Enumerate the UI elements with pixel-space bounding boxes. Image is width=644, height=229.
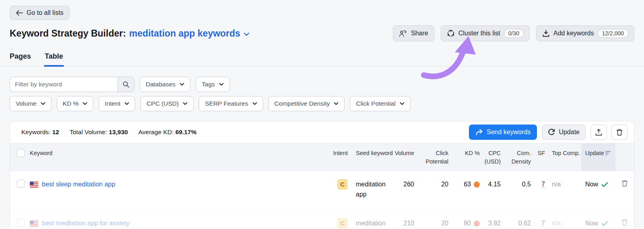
list-name[interactable]: meditation app keywords <box>129 28 240 39</box>
summary-actions: Send keywords Update <box>469 125 627 140</box>
intent-dropdown[interactable]: Intent <box>99 96 135 111</box>
column-click-potential[interactable]: Click Potential <box>414 143 448 171</box>
kd-cell: 80 <box>448 210 480 229</box>
people-share-icon <box>399 30 407 37</box>
intent-badge[interactable]: C <box>337 218 348 229</box>
tab-pages[interactable]: Pages <box>10 52 31 66</box>
databases-dropdown[interactable]: Databases <box>140 77 190 92</box>
update-button[interactable]: Update <box>542 125 586 140</box>
send-keywords-button[interactable]: Send keywords <box>469 125 537 140</box>
row-checkbox[interactable] <box>17 180 25 188</box>
sf-cell: 7 <box>531 210 545 229</box>
sf-value[interactable]: 7 <box>541 181 545 188</box>
filter-row-2: Volume KD % Intent CPC (USD) SERP Featur… <box>10 96 634 111</box>
kd-dot <box>474 182 480 188</box>
cluster-dots-icon <box>447 29 455 37</box>
title-prefix: Keyword Strategy Builder: <box>10 28 126 39</box>
chevron-down-icon <box>334 102 339 105</box>
click-potential-cell: 20 <box>414 171 448 210</box>
column-keyword[interactable]: Keyword <box>29 143 326 171</box>
column-kd[interactable]: KD % <box>448 143 480 171</box>
share-button[interactable]: Share <box>393 25 434 41</box>
volume-cell: 210 <box>394 210 414 229</box>
add-keywords-button[interactable]: Add keywords 12/2,000 <box>536 25 634 41</box>
chevron-down-icon <box>219 83 224 86</box>
keywords-table-card: Keywords: 12 Total Volume: 13,930 Averag… <box>10 121 634 229</box>
us-flag-icon <box>30 182 38 188</box>
send-keywords-label: Send keywords <box>487 129 530 136</box>
cpc-dropdown[interactable]: CPC (USD) <box>140 96 194 111</box>
summary-bar: Keywords: 12 Total Volume: 13,930 Averag… <box>10 121 634 143</box>
column-cpc[interactable]: CPC (USD) <box>480 143 501 171</box>
cluster-label: Cluster this list <box>458 30 500 37</box>
serp-features-dropdown[interactable]: SERP Features <box>199 96 263 111</box>
intent-cell: C <box>326 171 348 210</box>
select-all-cell <box>10 143 29 171</box>
column-top-comp[interactable]: Top Comp. <box>545 143 581 171</box>
chevron-down-icon <box>124 102 129 105</box>
kd-value: 63 <box>464 180 471 190</box>
trash-icon[interactable] <box>621 219 628 226</box>
sf-value[interactable]: 7 <box>541 220 545 227</box>
cpc-label: CPC (USD) <box>147 100 179 107</box>
com-density-cell: 0.5 <box>501 171 531 210</box>
search-button[interactable] <box>118 77 134 92</box>
kd-dot <box>474 221 480 227</box>
keyword-filter-input[interactable] <box>10 77 118 92</box>
column-volume[interactable]: Volume <box>394 143 414 171</box>
chevron-down-icon <box>41 102 45 105</box>
intent-label: Intent <box>105 100 120 107</box>
tags-dropdown[interactable]: Tags <box>196 77 230 92</box>
view-tabs: Pages Table <box>0 52 644 66</box>
trash-icon[interactable] <box>621 180 628 187</box>
column-com-density[interactable]: Com. Density <box>501 143 531 171</box>
click-potential-dropdown[interactable]: Click Potential <box>350 96 410 111</box>
column-seed-keyword[interactable]: Seed keyword <box>348 143 394 171</box>
magnifier-icon <box>122 81 130 88</box>
volume-cell: 260 <box>394 171 414 210</box>
kd-dropdown[interactable]: KD % <box>57 96 94 111</box>
page-title: Keyword Strategy Builder: meditation app… <box>10 28 250 39</box>
keyword-link[interactable]: best sleep meditation app <box>30 180 115 190</box>
column-intent[interactable]: Intent <box>326 143 348 171</box>
chevron-down-icon <box>252 102 257 105</box>
chevron-down-icon[interactable] <box>244 32 250 36</box>
sort-descending-icon <box>605 151 611 155</box>
keyword-link[interactable]: best meditation app for anxiety <box>30 219 130 229</box>
column-sf[interactable]: SF <box>531 143 545 171</box>
competitive-density-dropdown[interactable]: Competitive Density <box>268 96 345 111</box>
updated-value: Now <box>585 180 598 190</box>
competitive-density-label: Competitive Density <box>275 100 330 107</box>
total-volume: Total Volume: 13,930 <box>70 129 128 136</box>
add-keywords-count-badge: 12/2,000 <box>598 29 629 38</box>
sf-cell: 7 <box>531 171 545 210</box>
volume-dropdown[interactable]: Volume <box>10 96 52 111</box>
export-button[interactable] <box>590 125 607 140</box>
top-comp-cell: n/a <box>545 210 581 229</box>
seed-keyword-cell: meditation app <box>348 171 394 210</box>
import-down-icon <box>542 30 550 37</box>
forward-arrow-icon <box>475 129 483 136</box>
delete-list-button[interactable] <box>611 125 627 140</box>
cluster-count-badge: 0/30 <box>504 29 524 38</box>
go-to-all-lists-button[interactable]: Go to all lists <box>10 6 70 20</box>
top-comp-cell: n/a <box>545 171 581 210</box>
cluster-this-list-button[interactable]: Cluster this list 0/30 <box>441 25 530 41</box>
average-kd: Average KD: 69.17% <box>138 129 197 136</box>
refresh-icon <box>548 129 555 136</box>
row-delete-cell <box>615 171 634 210</box>
select-all-checkbox[interactable] <box>17 149 25 157</box>
intent-badge[interactable]: C <box>337 179 348 190</box>
table-row: best sleep meditation app C meditation a… <box>10 171 634 210</box>
kd-value: 80 <box>464 219 471 229</box>
column-updated[interactable]: Update <box>581 143 615 171</box>
row-checkbox[interactable] <box>17 219 25 227</box>
header-actions: Share Cluster this list 0/30 Add keyword… <box>393 25 634 41</box>
filters-section: Databases Tags Volume KD % Intent CPC (U… <box>0 66 644 111</box>
tags-label: Tags <box>202 81 215 88</box>
table-header: Keyword Intent Seed keyword Volume Click… <box>10 143 634 171</box>
keyword-text: best sleep meditation app <box>42 180 115 190</box>
export-up-icon <box>595 129 603 136</box>
tab-table[interactable]: Table <box>45 52 63 66</box>
kd-label: KD % <box>63 100 79 107</box>
